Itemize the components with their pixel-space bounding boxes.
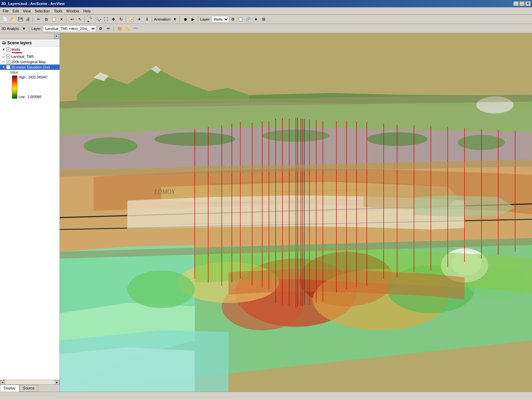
toolbar2-btn3[interactable]: 🎨 xyxy=(116,25,123,32)
geo-label: 200k Geological Map xyxy=(11,60,46,64)
copy-button[interactable]: ⧉ xyxy=(43,16,50,23)
svg-point-37 xyxy=(127,271,195,308)
layers-title: Scene layers xyxy=(7,41,32,45)
info-button[interactable]: ℹ xyxy=(143,16,151,23)
sep2 xyxy=(66,16,67,23)
layer-combo[interactable]: Wells xyxy=(211,16,229,23)
layer-combo2[interactable]: Landsat_TM5 <dem_20m_... xyxy=(43,25,96,32)
layer-geological[interactable]: ▷ 200k Geological Map xyxy=(0,59,60,65)
legend-labels: High : 2420.345947 Low : 1.000066 xyxy=(19,75,48,99)
fly-button[interactable]: ✈ xyxy=(136,16,143,23)
geo-expand[interactable]: ▷ xyxy=(2,60,5,64)
panel-scrollbar: ◄ ► xyxy=(0,380,60,384)
paste-button[interactable]: 📋 xyxy=(50,16,58,23)
close-button[interactable]: ✕ xyxy=(525,1,531,6)
layer-label: Layer: xyxy=(200,17,210,21)
zoom-full-button[interactable]: ⛶ xyxy=(102,16,109,23)
svg-marker-43 xyxy=(60,347,195,392)
geo-checkbox[interactable] xyxy=(6,60,10,64)
zoom-in-button[interactable]: 🔍+ xyxy=(87,16,94,23)
layer-wells[interactable]: ▼ Wells xyxy=(0,47,60,52)
toolbar-main: 📄 📂 💾 🖨 ✂ ⧉ 📋 ✕ ↩ ↖ 🔍+ 🔍- ⛶ ✥ ↻ 🧭 ✈ ℹ An… xyxy=(0,15,532,24)
menu-window[interactable]: Window xyxy=(64,8,81,14)
tab-display[interactable]: Display xyxy=(0,385,19,392)
elev-label: 20 meter Elevation Grid xyxy=(11,65,50,69)
layer-btn1[interactable]: ⚙ xyxy=(229,16,237,23)
toolbar2-btn5[interactable]: 〰 xyxy=(132,25,139,32)
landsat-expand[interactable]: ▷ xyxy=(2,55,5,58)
sep9 xyxy=(113,25,115,32)
pan-button[interactable]: ✥ xyxy=(110,16,117,23)
play-button[interactable]: ▶ xyxy=(190,16,197,23)
panel-titlebar: ✕ xyxy=(0,33,60,39)
delete-button[interactable]: ✕ xyxy=(58,16,65,23)
layer-btn2[interactable]: 📋 xyxy=(237,16,244,23)
print-button[interactable]: 🖨 xyxy=(24,16,32,23)
landsat-label: Landsat_TM5 xyxy=(11,55,34,59)
new-button[interactable]: 📄 xyxy=(1,16,9,23)
menu-selection[interactable]: Selection xyxy=(33,8,52,14)
elev-checkbox[interactable]: ✓ xyxy=(6,65,10,69)
menu-help[interactable]: Help xyxy=(81,8,93,14)
minimize-button[interactable]: _ xyxy=(513,1,519,6)
layers-panel: ✕ 🗂 Scene layers ▼ Wells ▷ Landsat_TM5 xyxy=(0,33,60,392)
toolbar2-btn4[interactable]: 📐 xyxy=(124,25,131,32)
animation-dropdown[interactable]: ▼ xyxy=(171,16,179,23)
toolbar2-btn2[interactable]: ✏ xyxy=(105,25,112,32)
tab-source[interactable]: Source xyxy=(19,385,38,392)
titlebar-buttons: _ □ ✕ xyxy=(513,1,531,6)
animation-label: Animation xyxy=(154,17,170,21)
layer-landsat[interactable]: ▷ Landsat_TM5 xyxy=(0,54,60,59)
layers-panel-header: 🗂 Scene layers xyxy=(0,39,60,47)
menu-edit[interactable]: Edit xyxy=(11,8,21,14)
wells-checkbox[interactable] xyxy=(6,48,10,52)
sep7 xyxy=(198,16,199,23)
legend-low: Low : 1.000066 xyxy=(19,95,48,99)
analyst-dropdown[interactable]: ▼ xyxy=(20,25,28,32)
legend-gradient-container xyxy=(12,75,17,99)
rotate-button[interactable]: ↻ xyxy=(117,16,125,23)
scene-view[interactable]: LOMOY xyxy=(60,33,532,392)
zoom-out-button[interactable]: 🔍- xyxy=(94,16,102,23)
sep1 xyxy=(33,16,34,23)
panel-close-button[interactable]: ✕ xyxy=(54,34,59,39)
layer-btn4[interactable]: ★ xyxy=(252,16,260,23)
toolbar2-btn1[interactable]: ⚙ xyxy=(97,25,104,32)
legend-high: High : 2420.345947 xyxy=(19,75,48,79)
scroll-right[interactable]: ► xyxy=(55,380,60,385)
toolbar-3d-analyst: 3D Analyst ▼ Layer: Landsat_TM5 <dem_20m… xyxy=(0,24,532,33)
legend-area: High : 2420.345947 Low : 1.000066 xyxy=(0,75,60,99)
layer-btn3[interactable]: 🔗 xyxy=(245,16,252,23)
layer-elevation[interactable]: ▼ ✓ 20 meter Elevation Grid xyxy=(0,65,60,70)
navigate-button[interactable]: 🧭 xyxy=(128,16,135,23)
maximize-button[interactable]: □ xyxy=(519,1,525,6)
sep4 xyxy=(126,16,127,23)
sep3 xyxy=(84,16,86,23)
wells-label: Wells xyxy=(11,48,20,52)
svg-point-9 xyxy=(83,137,137,154)
layer-label2: Layer: xyxy=(32,27,42,31)
legend-value-label: Value xyxy=(0,70,60,75)
wells-symbol xyxy=(0,52,60,53)
undo-button[interactable]: ↩ xyxy=(68,16,76,23)
sep5 xyxy=(152,16,153,23)
main-area: ✕ 🗂 Scene layers ▼ Wells ▷ Landsat_TM5 xyxy=(0,33,532,392)
cut-button[interactable]: ✂ xyxy=(35,16,42,23)
menu-view[interactable]: View xyxy=(21,8,33,14)
layers-icon: 🗂 xyxy=(2,41,6,45)
open-button[interactable]: 📂 xyxy=(9,16,16,23)
elev-expand[interactable]: ▼ xyxy=(2,66,5,69)
layers-list: ▼ Wells ▷ Landsat_TM5 ▷ 200k Geological … xyxy=(0,47,60,380)
scroll-track[interactable] xyxy=(5,380,55,385)
menu-file[interactable]: File xyxy=(1,8,11,14)
wells-line-symbol xyxy=(12,52,22,53)
landsat-checkbox[interactable] xyxy=(6,55,10,59)
record-button[interactable]: ⏺ xyxy=(182,16,189,23)
wells-expand[interactable]: ▼ xyxy=(2,48,5,51)
menu-tools[interactable]: Tools xyxy=(52,8,65,14)
pointer-button[interactable]: ↖ xyxy=(76,16,83,23)
scroll-left[interactable]: ◄ xyxy=(0,380,5,385)
layer-btn5[interactable]: ⊞ xyxy=(260,16,267,23)
analyst-label: 3D Analyst xyxy=(1,27,19,31)
save-button[interactable]: 💾 xyxy=(17,16,24,23)
